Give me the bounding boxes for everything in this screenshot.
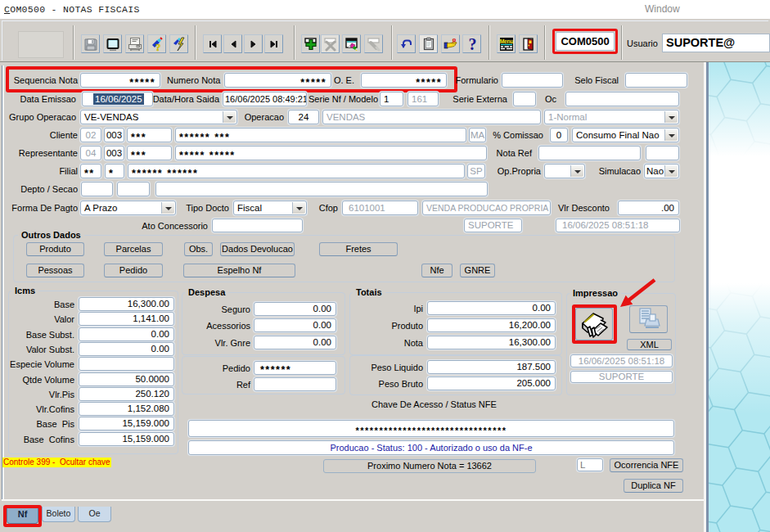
svg-text:Menu: Menu bbox=[500, 38, 514, 44]
svg-text:?: ? bbox=[469, 37, 477, 52]
svg-text:?: ? bbox=[155, 41, 161, 52]
